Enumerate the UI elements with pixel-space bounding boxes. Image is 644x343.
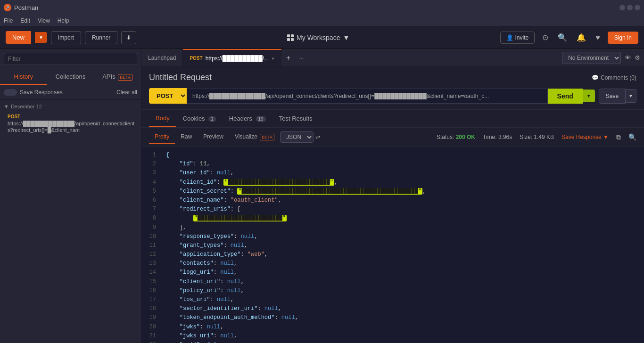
size-value: 1.49 KB [534,134,554,140]
send-dropdown-button[interactable]: ▼ [583,90,595,102]
menu-view[interactable]: View [38,17,50,24]
close-button[interactable]: ✕ [635,5,640,10]
app-title: Postman [14,4,38,11]
active-tab-url: https://██████████/... [206,55,269,62]
menu-edit[interactable]: Edit [20,17,30,24]
save-responses-toggle[interactable] [4,89,17,96]
search-response-button[interactable]: 🔍 [628,133,636,141]
sidebar-search-area [0,49,141,69]
tab-active-request[interactable]: POST https://██████████/... ● [183,49,281,66]
request-section-tabs: Body Cookies 1 Headers 19 Test Results [141,110,644,128]
filter-input[interactable] [4,53,137,65]
time-value: 3.96s [498,134,512,140]
tab-launchpad[interactable]: Launchpad [141,49,183,66]
format-select[interactable]: JSON [280,131,314,143]
add-tab-button[interactable]: + [281,54,295,62]
eye-button[interactable]: 👁 [625,54,631,61]
send-button[interactable]: Send [548,89,583,104]
comments-button[interactable]: 💬 Comments (0) [592,74,636,81]
save-responses-toggle-label[interactable]: Save Responses [4,89,63,96]
active-tab-method: POST [190,56,202,61]
tabs-right: No Environment 👁 ⚙ [562,52,644,64]
response-format: JSON ⇌ [280,131,321,144]
time-label: Time: 3.96s [483,134,512,140]
search-icon-button[interactable]: 🔍 [556,31,569,44]
content-area: Launchpad POST https://██████████/... ● … [141,49,644,343]
response-tab-raw[interactable]: Raw [175,131,198,144]
format-icon-button[interactable]: ⇌ [315,134,321,141]
status-label: Status: 200 OK [437,134,475,140]
visualize-beta-badge: BETA [260,134,274,140]
window-controls: ─ □ ✕ [619,5,640,10]
sign-in-button[interactable]: Sign In [608,32,638,44]
save-dropdown-button[interactable]: ▼ [626,89,636,103]
request-area: Untitled Request 💬 Comments (0) POST Sen… [141,67,644,110]
sidebar-controls: Save Responses Clear all [0,85,141,100]
line-numbers: 1 2 3 4 5 6 7 8 9 10 11 12 13 14 15 16 1 [141,147,160,343]
heart-icon-button[interactable]: ♥ [594,32,602,44]
response-header: Pretty Raw Preview Visualize BETA JSON ⇌ [141,128,644,147]
main-area: History Collections APIs BETA Save Respo… [0,49,644,343]
response-area: Pretty Raw Preview Visualize BETA JSON ⇌ [141,128,644,343]
comment-icon: 💬 [592,74,599,81]
code-view: 1 2 3 4 5 6 7 8 9 10 11 12 13 14 15 16 1 [141,147,644,343]
runner-button[interactable]: Runner [85,31,117,44]
sidebar-tabs: History Collections APIs BETA [0,69,141,85]
response-tab-visualize[interactable]: Visualize BETA [229,131,280,144]
toolbar: New ▼ Import Runner ⬇ My Workspace ▼ 👤 I… [0,26,644,49]
toolbar-right: 👤 Invite ⊙ 🔍 🔔 ♥ Sign In [500,31,638,44]
title-bar: 🚀 Postman ─ □ ✕ [0,0,644,15]
tab-headers[interactable]: Headers 19 [223,110,272,127]
new-dropdown-button[interactable]: ▼ [35,32,47,43]
save-button[interactable]: Save [599,89,626,104]
close-tab-icon[interactable]: ● [272,56,274,61]
request-title-row: Untitled Request 💬 Comments (0) [149,73,636,82]
response-meta: Status: 200 OK Time: 3.96s Size: 1.49 KB… [437,133,636,141]
history-list: ▼ December 12 POST https://█████████████… [0,100,141,343]
bell-icon-button[interactable]: 🔔 [575,31,588,44]
copy-response-button[interactable]: ⧉ [616,133,621,141]
maximize-button[interactable]: □ [627,5,633,10]
settings-icon-button[interactable]: ⊙ [540,31,550,44]
workspace-grid-icon [287,34,294,41]
workspace-button[interactable]: My Workspace ▼ [287,34,349,41]
sidebar-tab-collections[interactable]: Collections [47,69,94,85]
save-response-button[interactable]: Save Response ▼ [561,134,609,140]
cookies-badge: 1 [208,116,216,122]
tab-body[interactable]: Body [149,110,176,127]
tab-cookies[interactable]: Cookies 1 [176,110,223,127]
response-tab-pretty[interactable]: Pretty [149,131,175,144]
response-tab-preview[interactable]: Preview [198,131,229,144]
invite-button[interactable]: 👤 Invite [500,32,535,44]
workspace-dropdown-icon: ▼ [343,34,349,41]
sidebar-tab-apis[interactable]: APIs BETA [94,69,141,85]
toolbar-center: My Workspace ▼ [140,34,496,41]
new-button[interactable]: New [6,31,31,44]
request-title: Untitled Request [149,73,212,82]
menu-file[interactable]: File [4,17,13,24]
method-select[interactable]: POST [149,88,187,104]
menu-help[interactable]: Help [58,17,69,24]
clear-all-button[interactable]: Clear all [116,89,137,96]
more-tabs-button[interactable]: ··· [295,55,307,61]
tab-test-results[interactable]: Test Results [272,110,319,127]
settings-button[interactable]: ⚙ [635,54,640,61]
url-bar: POST Send ▼ Save ▼ [149,88,636,104]
minimize-button[interactable]: ─ [619,5,625,10]
sidebar-tab-history[interactable]: History [0,69,47,85]
code-content: { "id": 11, "user_id": null, "client_id"… [160,147,644,343]
environment-select[interactable]: No Environment [562,52,621,64]
url-input[interactable] [187,89,548,104]
headers-badge: 19 [256,116,266,122]
capture-button[interactable]: ⬇ [121,31,136,44]
history-item-url: https://██████████████/api/openid_connec… [8,120,137,134]
sidebar: History Collections APIs BETA Save Respo… [0,49,141,343]
menu-bar: File Edit View Help [0,15,644,26]
list-item[interactable]: POST https://██████████████/api/openid_c… [4,112,137,136]
status-value: 200 OK [456,134,475,140]
app-icon: 🚀 [4,4,11,11]
history-group-label: ▼ December 12 [4,104,137,109]
apis-beta-badge: BETA [118,74,132,81]
history-item-method: POST [8,114,137,119]
import-button[interactable]: Import [51,31,81,44]
